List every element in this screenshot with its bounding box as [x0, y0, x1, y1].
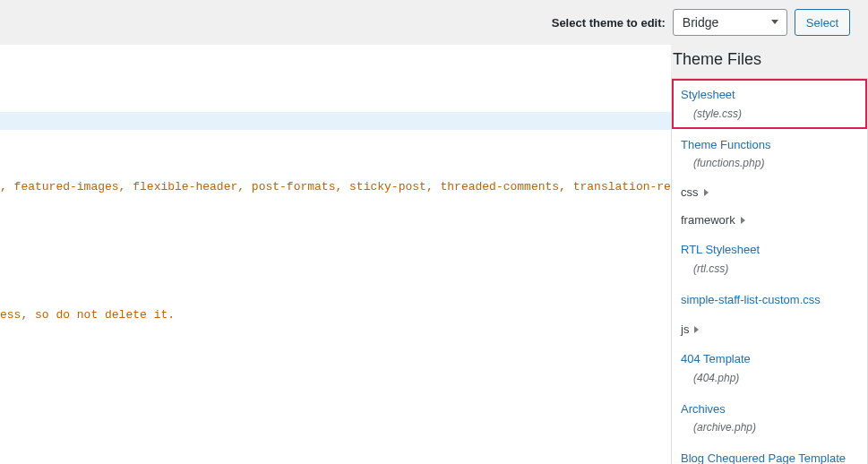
file-sub: (rtl.css) [681, 261, 858, 277]
chevron-right-icon [694, 326, 699, 333]
file-list-container: Stylesheet (style.css) Theme Functions (… [671, 78, 868, 464]
file-sub: (404.php) [681, 370, 858, 386]
chevron-right-icon [741, 217, 745, 224]
file-item-archives[interactable]: Archives (archive.php) [672, 393, 867, 443]
file-sub: (archive.php) [681, 419, 858, 435]
file-name: Blog Chequered Page Template [681, 450, 858, 464]
folder-item-css[interactable]: css [672, 178, 867, 206]
file-item-stylesheet[interactable]: Stylesheet (style.css) [672, 79, 867, 129]
file-item-blog-chequered[interactable]: Blog Chequered Page Template (blog-chequ… [672, 443, 867, 464]
chevron-right-icon [704, 189, 709, 196]
theme-select-bar: Select theme to edit: Bridge Select [0, 0, 868, 45]
file-list: Stylesheet (style.css) Theme Functions (… [671, 78, 868, 464]
theme-files-panel: Theme Files Stylesheet (style.css) Theme… [671, 45, 868, 464]
file-name: Theme Functions [681, 136, 858, 154]
file-item-staff-css[interactable]: simple-staff-list-custom.css [672, 284, 867, 316]
theme-select-dropdown[interactable]: Bridge [673, 9, 787, 36]
panel-heading: Theme Files [671, 45, 868, 78]
file-sub: (style.css) [681, 106, 858, 122]
file-sub: (functions.php) [681, 155, 858, 171]
select-button[interactable]: Select [795, 9, 850, 36]
file-name: RTL Stylesheet [681, 241, 858, 259]
main-area: , featured-images, flexible-header, post… [0, 45, 868, 464]
theme-select-wrapper: Bridge [673, 9, 787, 36]
editor-line-highlight [0, 112, 671, 130]
folder-name: js [681, 322, 689, 336]
file-name: simple-staff-list-custom.css [681, 291, 858, 309]
folder-item-js[interactable]: js [672, 315, 867, 343]
file-item-rtl[interactable]: RTL Stylesheet (rtl.css) [672, 234, 867, 284]
file-name: 404 Template [681, 350, 858, 368]
code-line: ess, so do not delete it. [0, 307, 671, 323]
file-name: Stylesheet [681, 86, 858, 104]
file-item-functions[interactable]: Theme Functions (functions.php) [672, 129, 867, 179]
code-line: , featured-images, flexible-header, post… [0, 179, 671, 195]
folder-name: framework [681, 213, 735, 227]
code-editor[interactable]: , featured-images, flexible-header, post… [0, 45, 671, 464]
file-item-404[interactable]: 404 Template (404.php) [672, 343, 867, 393]
editor-area: , featured-images, flexible-header, post… [0, 45, 671, 464]
theme-select-label: Select theme to edit: [552, 16, 666, 30]
folder-item-framework[interactable]: framework [672, 206, 867, 234]
file-name: Archives [681, 400, 858, 418]
folder-name: css [681, 185, 699, 199]
